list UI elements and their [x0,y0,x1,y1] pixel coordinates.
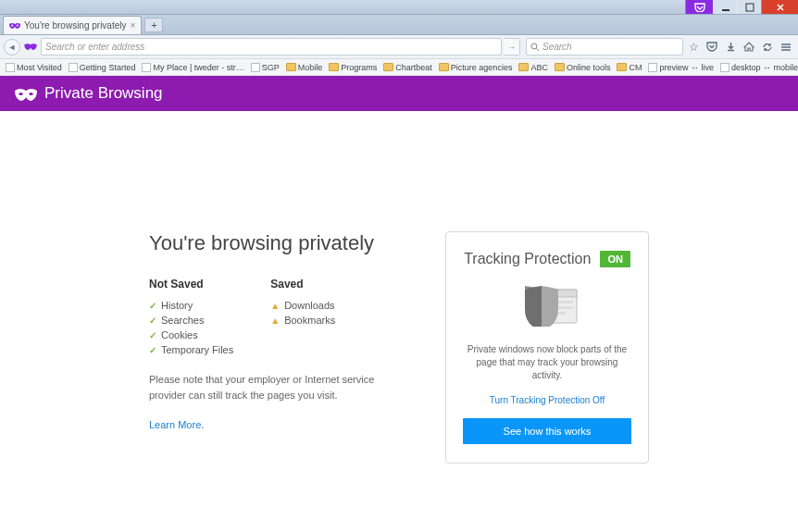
downloads-icon[interactable] [722,39,739,56]
see-how-button[interactable]: See how this works [463,418,631,444]
folder-icon [439,63,449,71]
navigation-toolbar: ◄ Search or enter address → Search ☆ [0,35,798,59]
list-item-label: Cookies [161,329,198,340]
pocket-titlebar-button[interactable] [685,0,713,14]
banner-title: Private Browsing [44,84,163,103]
search-icon [530,43,540,52]
folder-icon [383,63,393,71]
page-icon [142,63,151,72]
bookmark-item[interactable]: Getting Started [67,62,138,73]
saved-header: Saved [270,278,335,291]
bookmark-label: ABC [530,63,548,72]
maximize-button[interactable] [737,0,761,14]
bookmark-item[interactable]: ABC [517,62,550,73]
svg-point-4 [531,43,537,49]
bookmark-label: Mobile [298,63,323,72]
bookmark-item[interactable]: Chartbeat [381,62,434,73]
bookmark-item[interactable]: preview ↔ live [646,62,716,73]
not-saved-header: Not Saved [149,278,233,291]
list-item-label: Bookmarks [284,315,335,326]
svg-rect-1 [746,4,754,11]
folder-icon [286,63,296,71]
bookmark-label: CM [629,63,642,72]
svg-point-10 [29,93,33,95]
url-placeholder: Search or enter address [45,42,144,52]
bookmark-item[interactable]: CM [615,62,643,73]
bookmark-item[interactable]: Mobile [284,62,325,73]
search-input[interactable]: Search [526,38,683,56]
check-icon: ✓ [149,301,156,311]
list-item: ✓History [149,298,233,313]
tab-strip: You're browsing privately × + [0,15,798,35]
bookmark-item[interactable]: Picture agencies [437,62,515,73]
svg-line-5 [537,48,540,51]
bookmark-label: Programs [341,63,377,72]
bookmark-label: preview ↔ live [659,63,714,72]
list-item-label: History [161,300,193,311]
saved-list: Saved ▲Downloads▲Bookmarks [270,278,335,357]
bookmark-label: Picture agencies [451,63,513,72]
tab-close-icon[interactable]: × [131,20,136,31]
content-area: You're browsing privately Not Saved ✓His… [0,111,798,464]
list-item-label: Downloads [284,300,334,311]
learn-more-link[interactable]: Learn More. [149,419,204,430]
tracking-protection-card: Tracking Protection ON Private windows n… [445,231,649,464]
svg-point-3 [17,24,19,26]
bookmark-label: SGP [262,63,280,72]
tab-private-browsing[interactable]: You're browsing privately × [3,16,142,34]
bookmark-label: Online tools [567,63,611,72]
search-placeholder: Search [542,42,572,52]
go-button[interactable]: → [504,38,520,56]
tracking-title: Tracking Protection [464,251,591,267]
bookmark-item[interactable]: SGP [249,62,281,73]
menu-icon[interactable] [778,39,794,56]
check-icon: ✓ [149,330,156,340]
bookmark-item[interactable]: Online tools [553,62,613,73]
warning-icon: ▲ [270,315,280,326]
tracking-description: Private windows now block parts of the p… [463,343,631,382]
warning-icon: ▲ [270,301,280,311]
svg-point-2 [11,24,13,26]
bookmarks-toolbar: Most VisitedGetting StartedMy Place | tw… [0,59,798,76]
list-item: ▲Downloads [270,298,335,313]
svg-rect-0 [722,9,729,11]
new-tab-button[interactable]: + [144,18,163,32]
mask-icon [15,87,35,100]
bookmark-item[interactable]: desktop ↔ mobile [718,62,798,73]
bookmark-item[interactable]: Most Visited [4,62,64,73]
bookmark-item[interactable]: Programs [327,62,379,73]
identity-mask-icon[interactable] [22,39,39,56]
window-titlebar [0,0,798,15]
page-icon [6,63,15,72]
sync-icon[interactable] [759,39,776,56]
turn-tracking-off-link[interactable]: Turn Tracking Protection Off [490,395,605,405]
tracking-on-badge: ON [600,251,630,267]
url-input[interactable]: Search or enter address [41,38,502,56]
list-item-label: Temporary Files [161,344,233,355]
back-button[interactable]: ◄ [4,39,20,56]
list-item: ✓Searches [149,313,233,328]
bookmark-star-icon[interactable]: ☆ [685,39,702,56]
privacy-note: Please note that your employer or Intern… [149,372,408,402]
shield-illustration-icon [510,280,584,330]
bookmark-label: Getting Started [80,63,136,72]
list-item: ✓Cookies [149,328,233,342]
mask-icon [9,22,20,30]
minimize-button[interactable] [713,0,737,14]
svg-point-9 [19,93,23,95]
folder-icon [555,63,565,71]
pocket-icon[interactable] [704,39,720,56]
window-close-button[interactable] [761,0,798,14]
list-item: ▲Bookmarks [270,313,335,328]
list-item: ✓Temporary Files [149,342,233,357]
bookmark-item[interactable]: My Place | tweder - str… [140,62,245,73]
privacy-heading: You're browsing privately [149,231,408,255]
folder-icon [617,63,627,71]
folder-icon [329,63,339,71]
bookmark-label: My Place | tweder - str… [153,63,243,72]
home-icon[interactable] [741,39,757,56]
bookmark-label: Most Visited [17,63,62,72]
page-icon [648,63,657,72]
not-saved-list: Not Saved ✓History✓Searches✓Cookies✓Temp… [149,278,233,357]
folder-icon [518,63,529,71]
